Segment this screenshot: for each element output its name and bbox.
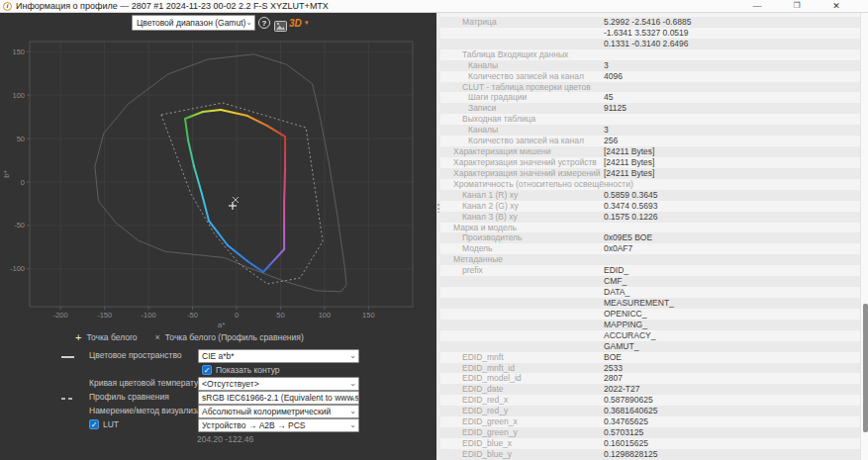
info-row: Выходная таблица <box>440 114 860 125</box>
scrollbar[interactable] <box>860 13 868 460</box>
rendering-intent-value: Абсолютный колориметрический <box>202 407 331 416</box>
info-row: EDID_red_y0.3681640625 <box>440 406 860 416</box>
rendering-intent-select[interactable]: Абсолютный колориметрический⌄ <box>198 405 359 418</box>
chevron-down-icon: ⌄ <box>349 406 356 417</box>
info-rows: Матрица5.2992 -2.5416 -0.6885-1.6341 3.5… <box>440 13 860 460</box>
info-row: OPENICC_ <box>440 309 860 320</box>
svg-text:0: 0 <box>235 311 239 320</box>
info-row: Метаданные <box>440 254 860 265</box>
info-row: Характеризация мишени[24211 Bytes] <box>440 146 860 157</box>
svg-text:100: 100 <box>319 311 332 320</box>
info-row: MEASUREMENT_ <box>440 298 860 309</box>
show-outline-checkbox[interactable]: ✓ <box>202 365 212 375</box>
info-row: MAPPING_ <box>440 320 860 330</box>
info-row: -1.6341 3.5327 0.0519 <box>440 28 860 39</box>
info-row: Записи91125 <box>440 103 860 114</box>
3d-label: 3D <box>289 18 302 29</box>
titlebar: i Информация о профиле — 2807 #1 2024-11… <box>0 0 868 13</box>
profile-info-list: Матрица5.2992 -2.5416 -0.6885-1.6341 3.5… <box>440 13 868 460</box>
show-outline-label: Показать контур <box>216 365 280 375</box>
3d-view-button[interactable]: 3D▼ <box>289 16 310 31</box>
cursor-coordinates: 204.20 -122.46 <box>197 434 253 444</box>
temperature-curve-select[interactable]: <Отсутствует>⌄ <box>198 377 359 391</box>
temperature-curve-label: Кривая цветовой температуры <box>89 378 209 388</box>
svg-text:-100: -100 <box>10 264 25 273</box>
svg-text:-50: -50 <box>187 311 198 320</box>
colorspace-select[interactable]: CIE a*b*⌄ <box>198 349 359 363</box>
info-row: ACCURACY_ <box>440 330 860 341</box>
temperature-curve-value: <Отсутствует> <box>202 379 259 389</box>
svg-text:50: 50 <box>276 311 284 320</box>
gamut-plot[interactable]: -200-150-100-50050100150150100500-50-100… <box>0 13 436 344</box>
info-row: Количество записей на канал256 <box>440 136 860 146</box>
info-row: Модель0x0AF7 <box>440 243 860 254</box>
info-row: EDID_model_id2807 <box>440 373 860 384</box>
info-row: Марка и модель <box>440 223 860 233</box>
profile-info-window: i Информация о профиле — 2807 #1 2024-11… <box>0 0 868 460</box>
svg-text:50: 50 <box>17 135 25 143</box>
svg-text:-150: -150 <box>97 311 112 320</box>
svg-text:b*: b* <box>2 170 11 178</box>
chevron-down-icon: ⌄ <box>245 16 252 30</box>
white-point-marker-icon: + <box>75 331 81 343</box>
svg-text:-50: -50 <box>14 221 25 230</box>
view-select-value: Цветовой диапазон (Gamut) <box>137 18 245 28</box>
export-image-icon[interactable] <box>274 18 287 29</box>
info-row: Каналы3 <box>440 125 860 136</box>
solid-line-marker-icon <box>61 356 74 358</box>
chevron-down-icon: ⌄ <box>349 419 356 431</box>
info-row: Характеризация значений измерений[24211 … <box>440 168 860 179</box>
dashed-line-marker-icon <box>61 398 74 400</box>
comparison-profile-value: sRGB IEC61966-2.1 (Equivalent to www.srg… <box>202 393 359 403</box>
chevron-down-icon: ⌄ <box>349 378 356 390</box>
svg-text:-100: -100 <box>142 311 156 320</box>
info-row: Канал 1 (R) xy0.5859 0.3645 <box>440 190 860 201</box>
info-row: EDID_mnft_id2533 <box>440 363 860 374</box>
svg-text:150: 150 <box>362 311 375 320</box>
info-row: CLUT - таблица проверки цветов <box>440 82 860 93</box>
info-row: Количество записей на канал4096 <box>440 71 860 82</box>
comparison-profile-label: Профиль сравнения <box>89 392 169 402</box>
info-row: Матрица5.2992 -2.5416 -0.6885 <box>440 17 860 28</box>
rendering-intent-label: Намерение/метод визуализации <box>89 406 216 415</box>
info-icon: i <box>3 2 12 11</box>
white-point-label: Точка белого <box>86 332 137 342</box>
info-row: Хроматичность (относительно освещённости… <box>440 179 860 190</box>
scrollbar-thumb[interactable] <box>863 304 868 432</box>
chevron-down-icon: ▼ <box>304 20 310 26</box>
info-row: DATA_ <box>440 287 860 298</box>
svg-text:-200: -200 <box>53 311 68 320</box>
info-row: Каналы3 <box>440 60 860 71</box>
info-row: EDID_mnftBOE <box>440 352 860 363</box>
comparison-profile-select[interactable]: sRGB IEC61966-2.1 (Equivalent to www.srg… <box>198 391 359 405</box>
info-row: EDID_blue_x0.16015625 <box>440 438 860 449</box>
info-row: Шаги градации45 <box>440 92 860 103</box>
minimize-button[interactable]: — <box>750 0 764 13</box>
close-button[interactable]: ✕ <box>829 0 843 13</box>
svg-text:0: 0 <box>21 178 25 187</box>
lut-label: LUT <box>103 419 119 429</box>
lut-checkbox[interactable]: ✓ <box>89 419 99 429</box>
info-row: Канал 2 (G) xy0.3474 0.5693 <box>440 201 860 212</box>
comparison-white-point-marker-icon: × <box>155 332 160 342</box>
maximize-button[interactable]: ❐ <box>790 0 804 13</box>
chevron-down-icon: ⌄ <box>349 350 356 362</box>
info-row: Канал 3 (B) xy0.1575 0.1226 <box>440 212 860 223</box>
info-row: EDID_green_x0.34765625 <box>440 416 860 427</box>
info-row: Таблица Входящих данных <box>440 49 860 60</box>
help-icon[interactable]: ? <box>258 17 270 29</box>
svg-text:a*: a* <box>218 321 226 329</box>
view-select[interactable]: Цветовой диапазон (Gamut) ⌄ <box>132 15 255 31</box>
info-row: 0.1331 -0.3140 2.6496 <box>440 39 860 49</box>
comparison-white-point-label: Точка белого (Профиль сравнения) <box>165 332 304 342</box>
plot-legend: +Точка белого×Точка белого (Профиль срав… <box>75 331 304 343</box>
info-row: GAMUT_ <box>440 341 860 352</box>
info-row: prefixEDID_ <box>440 265 860 276</box>
info-row: EDID_green_y0.5703125 <box>440 427 860 438</box>
colorspace-label: Цветовое пространство <box>89 350 182 360</box>
colorspace-value: CIE a*b* <box>202 351 235 361</box>
lut-select[interactable]: Устройство → A2B → PCS⌄ <box>198 418 359 432</box>
info-row: CMF_ <box>440 276 860 287</box>
window-title: Информация о профиле — 2807 #1 2024-11-2… <box>16 0 329 12</box>
info-row: Характеризация значений устройств[24211 … <box>440 157 860 168</box>
